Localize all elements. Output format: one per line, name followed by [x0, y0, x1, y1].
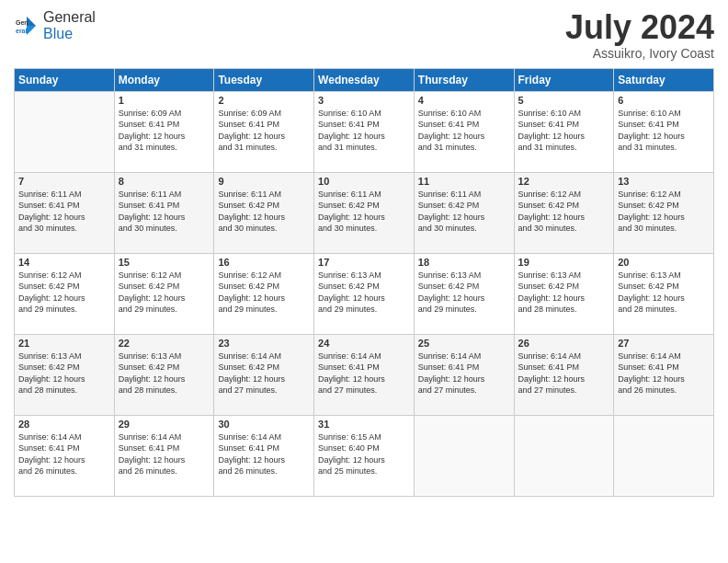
day-info: Sunrise: 6:14 AMSunset: 6:41 PMDaylight:… — [18, 431, 110, 477]
day-info: Sunrise: 6:14 AMSunset: 6:41 PMDaylight:… — [218, 431, 310, 477]
day-info: Sunrise: 6:11 AMSunset: 6:41 PMDaylight:… — [18, 189, 110, 235]
day-number: 29 — [119, 419, 210, 430]
header-row: SundayMondayTuesdayWednesdayThursdayFrid… — [15, 68, 714, 91]
calendar-cell: 2Sunrise: 6:09 AMSunset: 6:41 PMDaylight… — [214, 91, 314, 172]
day-info: Sunrise: 6:11 AMSunset: 6:42 PMDaylight:… — [418, 189, 510, 235]
calendar-cell: 4Sunrise: 6:10 AMSunset: 6:41 PMDaylight… — [414, 91, 514, 172]
day-info: Sunrise: 6:13 AMSunset: 6:42 PMDaylight:… — [618, 270, 710, 316]
day-info: Sunrise: 6:09 AMSunset: 6:41 PMDaylight:… — [119, 108, 210, 154]
calendar-cell: 28Sunrise: 6:14 AMSunset: 6:41 PMDayligh… — [15, 415, 115, 496]
day-info: Sunrise: 6:10 AMSunset: 6:41 PMDaylight:… — [618, 108, 710, 154]
svg-text:Gen: Gen — [16, 19, 28, 26]
day-number: 10 — [318, 176, 410, 187]
col-header-tuesday: Tuesday — [214, 68, 314, 91]
logo-blue: Blue — [43, 26, 73, 41]
calendar-cell — [15, 91, 115, 172]
day-info: Sunrise: 6:10 AMSunset: 6:41 PMDaylight:… — [418, 108, 510, 154]
day-info: Sunrise: 6:13 AMSunset: 6:42 PMDaylight:… — [18, 350, 110, 396]
day-number: 7 — [18, 176, 110, 187]
location: Assuikro, Ivory Coast — [565, 46, 714, 61]
day-info: Sunrise: 6:10 AMSunset: 6:41 PMDaylight:… — [318, 108, 410, 154]
day-number: 18 — [418, 257, 510, 268]
day-info: Sunrise: 6:10 AMSunset: 6:41 PMDaylight:… — [518, 108, 610, 154]
calendar-cell: 24Sunrise: 6:14 AMSunset: 6:41 PMDayligh… — [314, 334, 415, 415]
calendar-cell: 19Sunrise: 6:13 AMSunset: 6:42 PMDayligh… — [514, 253, 614, 334]
day-number: 25 — [418, 338, 510, 349]
col-header-saturday: Saturday — [614, 68, 714, 91]
day-info: Sunrise: 6:14 AMSunset: 6:41 PMDaylight:… — [518, 350, 610, 396]
day-number: 16 — [218, 257, 310, 268]
logo: Gen eral General Blue — [14, 9, 96, 42]
calendar-cell: 14Sunrise: 6:12 AMSunset: 6:42 PMDayligh… — [15, 253, 115, 334]
day-number: 1 — [119, 95, 210, 106]
col-header-wednesday: Wednesday — [314, 68, 415, 91]
calendar-cell: 13Sunrise: 6:12 AMSunset: 6:42 PMDayligh… — [614, 172, 714, 253]
calendar-cell: 8Sunrise: 6:11 AMSunset: 6:41 PMDaylight… — [114, 172, 214, 253]
calendar-cell: 6Sunrise: 6:10 AMSunset: 6:41 PMDaylight… — [614, 91, 714, 172]
svg-text:eral: eral — [16, 28, 28, 34]
day-info: Sunrise: 6:13 AMSunset: 6:42 PMDaylight:… — [418, 270, 510, 316]
day-info: Sunrise: 6:14 AMSunset: 6:42 PMDaylight:… — [218, 350, 310, 396]
day-number: 15 — [119, 257, 210, 268]
day-info: Sunrise: 6:14 AMSunset: 6:41 PMDaylight:… — [318, 350, 410, 396]
day-info: Sunrise: 6:12 AMSunset: 6:42 PMDaylight:… — [18, 270, 110, 316]
calendar-cell: 3Sunrise: 6:10 AMSunset: 6:41 PMDaylight… — [314, 91, 415, 172]
day-number: 31 — [318, 419, 410, 430]
calendar-cell: 16Sunrise: 6:12 AMSunset: 6:42 PMDayligh… — [214, 253, 314, 334]
day-info: Sunrise: 6:14 AMSunset: 6:41 PMDaylight:… — [119, 431, 210, 477]
day-info: Sunrise: 6:12 AMSunset: 6:42 PMDaylight:… — [518, 189, 610, 235]
calendar-cell: 1Sunrise: 6:09 AMSunset: 6:41 PMDaylight… — [114, 91, 214, 172]
day-number: 3 — [318, 95, 410, 106]
week-row-5: 28Sunrise: 6:14 AMSunset: 6:41 PMDayligh… — [15, 415, 714, 496]
day-info: Sunrise: 6:15 AMSunset: 6:40 PMDaylight:… — [318, 431, 410, 477]
day-number: 4 — [418, 95, 510, 106]
col-header-monday: Monday — [114, 68, 214, 91]
logo-icon: Gen eral — [14, 13, 40, 39]
calendar-cell: 25Sunrise: 6:14 AMSunset: 6:41 PMDayligh… — [414, 334, 514, 415]
day-number: 21 — [18, 338, 110, 349]
svg-marker-2 — [27, 26, 36, 35]
day-info: Sunrise: 6:12 AMSunset: 6:42 PMDaylight:… — [119, 270, 210, 316]
calendar-cell: 18Sunrise: 6:13 AMSunset: 6:42 PMDayligh… — [414, 253, 514, 334]
day-number: 30 — [218, 419, 310, 430]
day-info: Sunrise: 6:14 AMSunset: 6:41 PMDaylight:… — [618, 350, 710, 396]
day-info: Sunrise: 6:12 AMSunset: 6:42 PMDaylight:… — [618, 189, 710, 235]
calendar-cell: 20Sunrise: 6:13 AMSunset: 6:42 PMDayligh… — [614, 253, 714, 334]
day-number: 14 — [18, 257, 110, 268]
calendar-cell: 15Sunrise: 6:12 AMSunset: 6:42 PMDayligh… — [114, 253, 214, 334]
day-number: 26 — [518, 338, 610, 349]
day-number: 24 — [318, 338, 410, 349]
week-row-3: 14Sunrise: 6:12 AMSunset: 6:42 PMDayligh… — [15, 253, 714, 334]
calendar-cell: 23Sunrise: 6:14 AMSunset: 6:42 PMDayligh… — [214, 334, 314, 415]
calendar-cell: 12Sunrise: 6:12 AMSunset: 6:42 PMDayligh… — [514, 172, 614, 253]
day-number: 5 — [518, 95, 610, 106]
day-info: Sunrise: 6:12 AMSunset: 6:42 PMDaylight:… — [218, 270, 310, 316]
header: Gen eral General Blue July 2024 Assuikro… — [14, 9, 714, 61]
day-number: 27 — [618, 338, 710, 349]
calendar-cell: 5Sunrise: 6:10 AMSunset: 6:41 PMDaylight… — [514, 91, 614, 172]
day-number: 20 — [618, 257, 710, 268]
day-number: 17 — [318, 257, 410, 268]
month-title: July 2024 — [565, 9, 714, 46]
logo-general: General — [43, 9, 96, 25]
calendar-cell — [514, 415, 614, 496]
day-info: Sunrise: 6:11 AMSunset: 6:42 PMDaylight:… — [218, 189, 310, 235]
col-header-friday: Friday — [514, 68, 614, 91]
week-row-1: 1Sunrise: 6:09 AMSunset: 6:41 PMDaylight… — [15, 91, 714, 172]
col-header-sunday: Sunday — [15, 68, 115, 91]
title-block: July 2024 Assuikro, Ivory Coast — [565, 9, 714, 61]
day-info: Sunrise: 6:11 AMSunset: 6:42 PMDaylight:… — [318, 189, 410, 235]
calendar-cell: 29Sunrise: 6:14 AMSunset: 6:41 PMDayligh… — [114, 415, 214, 496]
calendar-cell: 30Sunrise: 6:14 AMSunset: 6:41 PMDayligh… — [214, 415, 314, 496]
day-number: 13 — [618, 176, 710, 187]
day-number: 2 — [218, 95, 310, 106]
day-number: 28 — [18, 419, 110, 430]
week-row-2: 7Sunrise: 6:11 AMSunset: 6:41 PMDaylight… — [15, 172, 714, 253]
day-number: 6 — [618, 95, 710, 106]
calendar-cell: 26Sunrise: 6:14 AMSunset: 6:41 PMDayligh… — [514, 334, 614, 415]
calendar-cell: 9Sunrise: 6:11 AMSunset: 6:42 PMDaylight… — [214, 172, 314, 253]
calendar-cell — [614, 415, 714, 496]
day-number: 19 — [518, 257, 610, 268]
calendar-cell: 11Sunrise: 6:11 AMSunset: 6:42 PMDayligh… — [414, 172, 514, 253]
day-info: Sunrise: 6:13 AMSunset: 6:42 PMDaylight:… — [518, 270, 610, 316]
